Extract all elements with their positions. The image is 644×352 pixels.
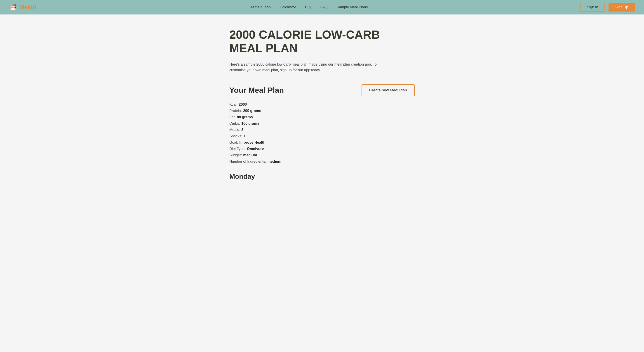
nav-item-sample-meal-plans[interactable]: Sample Meal Plans bbox=[337, 5, 368, 9]
main-nav: Create a Plan Calculator Buy FAQ Sample … bbox=[248, 5, 368, 9]
carbs-label: Carbs: bbox=[229, 121, 240, 125]
meals-label: Meals: bbox=[229, 128, 240, 132]
kcal-value: 2000 bbox=[239, 102, 247, 107]
meal-plan-section: Your Meal Plan Create new Meal Plan Kcal… bbox=[229, 84, 415, 180]
protein-label: Protein: bbox=[229, 109, 242, 113]
logo-text: Mealll bbox=[19, 4, 36, 11]
kcal-label: Kcal: bbox=[229, 102, 238, 107]
protein-value: 200 grams bbox=[243, 109, 261, 113]
logo-icon: 🍜 bbox=[9, 4, 17, 11]
nav-item-create-plan[interactable]: Create a Plan bbox=[248, 5, 271, 9]
goal-value: Improve Health bbox=[239, 140, 266, 144]
sign-in-button[interactable]: Sign In bbox=[580, 3, 605, 12]
logo-area: 🍜 Mealll bbox=[9, 4, 36, 11]
ingredients-label: Number of Ingredients: bbox=[229, 159, 266, 163]
stat-meals: Meals: 3 bbox=[229, 128, 415, 132]
budget-label: Budget: bbox=[229, 153, 242, 157]
budget-value: medium bbox=[243, 153, 257, 157]
stat-snacks: Snacks: 1 bbox=[229, 134, 415, 138]
nav-item-calculator[interactable]: Calculator bbox=[280, 5, 296, 9]
fat-value: 88 grams bbox=[237, 115, 253, 119]
sign-up-button[interactable]: Sign Up bbox=[608, 3, 635, 12]
stat-carbs: Carbs: 100 grams bbox=[229, 121, 415, 125]
carbs-value: 100 grams bbox=[241, 121, 259, 125]
diet-type-label: Diet Type: bbox=[229, 147, 246, 151]
stat-goal: Goal: Improve Health bbox=[229, 140, 415, 144]
meal-plan-stats: Kcal: 2000 Protein: 200 grams Fat: 88 gr… bbox=[229, 102, 415, 163]
monday-title: Monday bbox=[229, 172, 415, 180]
nav-item-buy[interactable]: Buy bbox=[305, 5, 312, 9]
main-content: 2000 CALORIE LOW-CARB MEAL PLAN Here's a… bbox=[220, 15, 424, 194]
stat-budget: Budget: medium bbox=[229, 153, 415, 157]
diet-type-value: Omnivore bbox=[247, 147, 264, 151]
stat-fat: Fat: 88 grams bbox=[229, 115, 415, 119]
header-auth-buttons: Sign In Sign Up bbox=[580, 3, 635, 12]
nav-item-faq[interactable]: FAQ bbox=[320, 5, 328, 9]
page-description: Here's a sample 2000 calorie low-carb me… bbox=[229, 62, 383, 73]
stat-diet-type: Diet Type: Omnivore bbox=[229, 147, 415, 151]
monday-section: Monday bbox=[229, 172, 415, 180]
snacks-label: Snacks: bbox=[229, 134, 242, 138]
site-header: 🍜 Mealll Create a Plan Calculator Buy FA… bbox=[0, 0, 644, 15]
goal-label: Goal: bbox=[229, 140, 238, 144]
meal-plan-header: Your Meal Plan Create new Meal Plan bbox=[229, 84, 415, 96]
ingredients-value: medium bbox=[268, 159, 281, 163]
stat-kcal: Kcal: 2000 bbox=[229, 102, 415, 107]
snacks-value: 1 bbox=[244, 134, 246, 138]
meal-plan-section-title: Your Meal Plan bbox=[229, 86, 284, 95]
meals-value: 3 bbox=[241, 128, 243, 132]
page-title: 2000 CALORIE LOW-CARB MEAL PLAN bbox=[229, 28, 388, 55]
create-new-meal-plan-button[interactable]: Create new Meal Plan bbox=[362, 84, 415, 96]
stat-protein: Protein: 200 grams bbox=[229, 109, 415, 113]
fat-label: Fat: bbox=[229, 115, 236, 119]
stat-ingredients: Number of Ingredients: medium bbox=[229, 159, 415, 163]
